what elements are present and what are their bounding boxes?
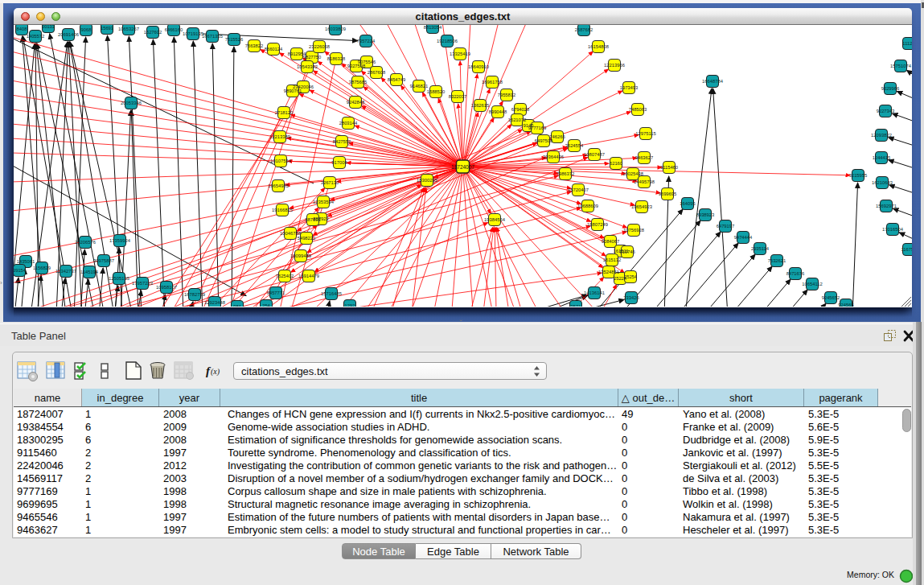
svg-text:12093822: 12093822 — [871, 133, 892, 138]
svg-text:19384554: 19384554 — [484, 217, 506, 222]
svg-text:7357224: 7357224 — [357, 39, 376, 43]
svg-text:9777169: 9777169 — [528, 126, 547, 130]
svg-text:16782759: 16782759 — [184, 292, 205, 297]
svg-text:19654985: 19654985 — [268, 183, 289, 188]
svg-text:9827750: 9827750 — [303, 55, 322, 60]
svg-text:164095: 164095 — [680, 201, 695, 206]
svg-text:5498222: 5498222 — [298, 236, 316, 241]
svg-text:1362615: 1362615 — [471, 103, 490, 108]
svg-text:18640910: 18640910 — [468, 64, 489, 69]
svg-text:14136141: 14136141 — [584, 290, 605, 295]
svg-text:9084067: 9084067 — [602, 239, 620, 244]
svg-text:924565: 924565 — [838, 303, 853, 307]
svg-text:18724007: 18724007 — [451, 164, 474, 170]
svg-text:15751074: 15751074 — [890, 64, 912, 68]
svg-text:15720407: 15720407 — [568, 187, 589, 192]
svg-text:1621072: 1621072 — [508, 117, 527, 122]
svg-text:9571: 9571 — [571, 304, 581, 307]
svg-text:6497508: 6497508 — [535, 138, 553, 143]
svg-text:2803144: 2803144 — [339, 121, 358, 126]
svg-text:39154: 39154 — [14, 268, 27, 273]
svg-text:9329966: 9329966 — [881, 86, 900, 91]
svg-text:984: 984 — [233, 304, 241, 307]
svg-text:8408: 8408 — [17, 27, 27, 31]
svg-text:12353594: 12353594 — [313, 200, 335, 204]
svg-text:9227343: 9227343 — [877, 109, 895, 113]
svg-text:8813054: 8813054 — [424, 25, 442, 30]
svg-text:2867608: 2867608 — [368, 70, 386, 75]
svg-text:15716485: 15716485 — [321, 291, 342, 296]
svg-text:8454749: 8454749 — [388, 77, 406, 82]
svg-text:7663822: 7663822 — [245, 43, 264, 48]
svg-text:15693: 15693 — [101, 26, 113, 31]
svg-text:16914479: 16914479 — [298, 274, 319, 278]
svg-text:6479197: 6479197 — [717, 224, 735, 229]
svg-text:1435061: 1435061 — [17, 259, 35, 264]
svg-text:13325419: 13325419 — [450, 51, 470, 56]
svg-text:8186328: 8186328 — [327, 56, 346, 61]
svg-text:3624554: 3624554 — [565, 143, 584, 148]
svg-text:10807487: 10807487 — [584, 152, 605, 157]
svg-text:733426: 733426 — [623, 295, 639, 300]
svg-text:17016504: 17016504 — [882, 227, 904, 232]
svg-text:23226058: 23226058 — [309, 44, 330, 49]
svg-text:12975115: 12975115 — [635, 131, 655, 136]
svg-text:12923448: 12923448 — [204, 300, 225, 305]
svg-text:12342737: 12342737 — [55, 269, 76, 274]
svg-text:3215955: 3215955 — [849, 173, 868, 178]
svg-text:10653267: 10653267 — [118, 27, 139, 31]
svg-text:1527602: 1527602 — [144, 30, 162, 35]
svg-text:16671355: 16671355 — [202, 34, 223, 39]
svg-text:9890761: 9890761 — [284, 89, 302, 93]
svg-text:16210643: 16210643 — [872, 180, 893, 185]
svg-text:20364436: 20364436 — [543, 154, 564, 159]
svg-text:16033809: 16033809 — [325, 27, 346, 31]
svg-text:17359924: 17359924 — [109, 238, 131, 243]
svg-text:9068: 9068 — [81, 27, 92, 32]
svg-text:7955812: 7955812 — [498, 93, 516, 97]
svg-text:9457771: 9457771 — [267, 290, 285, 295]
svg-text:1615132: 1615132 — [603, 257, 622, 262]
svg-text:9115460: 9115460 — [660, 165, 678, 170]
svg-text:1292: 1292 — [345, 303, 355, 307]
svg-text:16154808: 16154808 — [588, 44, 609, 49]
svg-text:30975887: 30975887 — [93, 258, 114, 263]
svg-text:3267130: 3267130 — [321, 180, 339, 185]
svg-text:10543342: 10543342 — [297, 64, 318, 69]
svg-text:887833: 887833 — [305, 217, 320, 222]
svg-text:8471676: 8471676 — [786, 271, 805, 276]
svg-text:1588520: 1588520 — [427, 89, 446, 94]
svg-text:18807249: 18807249 — [587, 222, 608, 227]
svg-text:1145194: 1145194 — [80, 270, 99, 274]
svg-text:19654923: 19654923 — [631, 204, 652, 209]
svg-text:(x): (x) — [211, 367, 220, 377]
svg-text:1244415: 1244415 — [873, 155, 891, 160]
svg-text:19166825: 19166825 — [272, 208, 293, 212]
svg-text:62160: 62160 — [610, 161, 622, 166]
svg-text:10958107: 10958107 — [156, 285, 177, 290]
svg-text:254: 254 — [262, 303, 270, 307]
svg-text:10099489: 10099489 — [290, 253, 311, 258]
svg-text:2718120: 2718120 — [275, 110, 294, 115]
svg-text:20206576: 20206576 — [75, 240, 96, 245]
svg-text:6794028: 6794028 — [511, 107, 530, 112]
svg-text:10654112: 10654112 — [802, 282, 822, 286]
svg-text:9463627: 9463627 — [635, 155, 654, 160]
svg-text:13524851: 13524851 — [598, 270, 619, 274]
svg-text:8938923: 8938923 — [696, 212, 715, 217]
svg-text:16648784: 16648784 — [702, 79, 724, 84]
svg-text:14495798: 14495798 — [634, 179, 655, 184]
svg-text:8322037: 8322037 — [449, 94, 467, 99]
svg-text:3875685: 3875685 — [349, 80, 368, 84]
svg-text:25254: 25254 — [624, 274, 638, 279]
svg-text:6466160: 6466160 — [165, 27, 183, 32]
svg-text:8427552: 8427552 — [333, 139, 351, 144]
svg-text:2935114: 2935114 — [751, 246, 770, 251]
svg-text:9075546: 9075546 — [358, 60, 376, 64]
svg-text:9474444: 9474444 — [734, 235, 753, 240]
svg-text:20133: 20133 — [42, 25, 55, 29]
svg-text:8660124: 8660124 — [265, 47, 283, 51]
svg-text:1156829: 1156829 — [33, 266, 51, 270]
svg-text:9699695: 9699695 — [659, 192, 677, 196]
svg-text:7632621: 7632621 — [768, 258, 786, 263]
